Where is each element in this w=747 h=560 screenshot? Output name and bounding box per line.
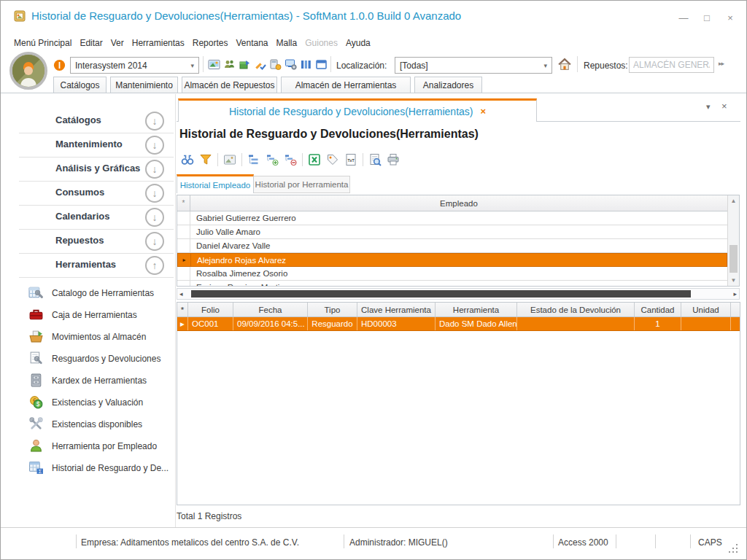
photo-icon[interactable] bbox=[208, 58, 220, 71]
sidebar-section-consumos[interactable]: Consumos ↓ bbox=[1, 182, 175, 206]
sidebar-item-existencias-disponibles[interactable]: Existencias disponibles bbox=[1, 413, 175, 435]
session-status-icon[interactable] bbox=[53, 59, 66, 71]
tab-almacen-repuestos[interactable]: Almacén de Repuestos bbox=[182, 77, 277, 93]
company-select[interactable]: Interasystem 2014 ▾ bbox=[70, 57, 199, 74]
horizontal-scrollbar[interactable]: ◂ ▸ bbox=[177, 288, 740, 300]
employee-row[interactable]: Julio Valle Amaro bbox=[177, 225, 727, 239]
user-avatar[interactable] bbox=[9, 52, 47, 90]
sidebar-item-kardex[interactable]: Kardex de Herramientas bbox=[1, 370, 175, 392]
overflow-chevron-icon[interactable]: ▸▸ bbox=[719, 60, 724, 67]
printer-icon[interactable] bbox=[387, 153, 400, 166]
tab-close-icon[interactable]: × bbox=[481, 106, 487, 117]
tab-historial-empleado[interactable]: Historial Empleado bbox=[177, 174, 254, 193]
sidebar-section-mantenimiento[interactable]: Mantenimiento ↓ bbox=[1, 133, 175, 158]
scroll-thumb[interactable] bbox=[729, 245, 738, 273]
chevron-down-icon: ▾ bbox=[190, 62, 194, 69]
employee-row[interactable]: Rosalba Jimenez Osorio bbox=[177, 267, 727, 281]
monitor-gear-icon[interactable] bbox=[285, 58, 297, 71]
document-area: Historial de Resguardo y Devoluciones(He… bbox=[177, 94, 740, 529]
sidebar-section-catalogos[interactable]: Catálogos ↓ bbox=[1, 109, 175, 133]
expand-down-icon: ↓ bbox=[145, 184, 164, 203]
employee-row[interactable]: Enrique Ramirez Martinez bbox=[177, 281, 727, 287]
title-bar: Historial de Resguardo y Devoluciones(He… bbox=[1, 1, 746, 33]
tree-list-icon[interactable] bbox=[247, 153, 260, 166]
minimize-icon[interactable]: — bbox=[678, 12, 689, 24]
home-icon[interactable] bbox=[557, 57, 572, 71]
tag-icon[interactable] bbox=[326, 153, 339, 166]
tab-almacen-herramientas[interactable]: Almacén de Herramientas bbox=[281, 77, 411, 93]
sidebar-item-catalogo-herramientas[interactable]: Catalogo de Herramientas bbox=[1, 282, 175, 304]
column-tipo[interactable]: Tipo bbox=[308, 303, 357, 316]
column-folio[interactable]: Folio bbox=[188, 303, 233, 316]
sidebar-item-movimientos-almacen[interactable]: Movimientos al Almacén bbox=[1, 326, 175, 348]
expand-all-icon[interactable] bbox=[266, 153, 279, 166]
vertical-scrollbar[interactable]: ▲ ▼ bbox=[727, 195, 739, 286]
menu-bar: Menú Principal Editar Ver Herramientas R… bbox=[1, 36, 746, 52]
employee-column-header[interactable]: Empleado bbox=[190, 195, 727, 211]
expand-down-icon: ↓ bbox=[145, 232, 164, 251]
menu-ver[interactable]: Ver bbox=[111, 36, 131, 52]
export-excel-icon[interactable] bbox=[308, 153, 321, 166]
users-icon[interactable] bbox=[223, 58, 236, 71]
scroll-right-icon[interactable]: ▸ bbox=[733, 290, 737, 298]
indicator-header-icon: * bbox=[177, 195, 190, 211]
sidebar-section-herramientas[interactable]: Herramientas ↑ bbox=[1, 254, 175, 278]
repuestos-field[interactable] bbox=[629, 57, 714, 73]
column-herramienta[interactable]: Herramienta bbox=[436, 303, 517, 316]
menu-ayuda[interactable]: Ayuda bbox=[346, 36, 378, 52]
column-fecha[interactable]: Fecha bbox=[233, 303, 308, 316]
column-unidad[interactable]: Unidad bbox=[681, 303, 731, 316]
sidebar-section-calendarios[interactable]: Calendarios ↓ bbox=[1, 206, 175, 230]
export-txt-icon[interactable]: TxT bbox=[344, 153, 357, 166]
column-cantidad[interactable]: Cantidad bbox=[635, 303, 681, 316]
localization-select[interactable]: [Todas] ▾ bbox=[395, 57, 552, 74]
menu-malla[interactable]: Malla bbox=[276, 36, 305, 52]
employee-row[interactable]: Gabriel Gutierrez Guerrero bbox=[177, 211, 727, 225]
sidebar-section-repuestos[interactable]: Repuestos ↓ bbox=[1, 230, 175, 254]
sidebar-item-herramienta-por-empleado[interactable]: Herramienta por Empleado bbox=[1, 435, 175, 457]
close-icon[interactable]: × bbox=[724, 12, 736, 24]
sidebar-item-caja-herramientas[interactable]: Caja de Herramientas bbox=[1, 304, 175, 326]
sidebar-section-analisis[interactable]: Análisis y Gráficas ↓ bbox=[1, 158, 175, 182]
crossed-wrenches-icon bbox=[28, 416, 44, 432]
menu-reportes[interactable]: Reportes bbox=[193, 36, 236, 52]
window-frame-icon[interactable] bbox=[315, 58, 328, 71]
menu-ventana[interactable]: Ventana bbox=[236, 36, 275, 52]
tab-list-caret-icon[interactable]: ▾ bbox=[706, 102, 711, 112]
menu-editar[interactable]: Editar bbox=[80, 36, 109, 52]
tab-mantenimiento[interactable]: Mantenimiento bbox=[110, 77, 178, 93]
employee-row-selected[interactable]: ▸ Alejandro Rojas Alvarez bbox=[177, 253, 727, 267]
archive-box-icon[interactable] bbox=[239, 58, 251, 71]
maximize-icon[interactable]: □ bbox=[701, 12, 713, 24]
tab-analizadores[interactable]: Analizadores bbox=[414, 77, 482, 93]
scroll-down-icon[interactable]: ▼ bbox=[728, 277, 739, 284]
calculator-coin-icon[interactable] bbox=[269, 58, 282, 71]
scroll-thumb[interactable] bbox=[191, 290, 691, 298]
columns-icon[interactable] bbox=[300, 58, 312, 71]
collapse-up-icon: ↑ bbox=[145, 256, 164, 275]
resize-grip[interactable] bbox=[729, 544, 738, 553]
status-empresa: Empresa: Aditamentos metalicos del centr… bbox=[81, 537, 299, 548]
column-estado-devolucion[interactable]: Estado de la Devolución bbox=[517, 303, 635, 316]
column-clave-herramienta[interactable]: Clave Herramienta bbox=[357, 303, 436, 316]
filter-funnel-icon[interactable] bbox=[199, 153, 212, 166]
sidebar-item-resguardos-devoluciones[interactable]: Resguardos y Devoluciones bbox=[1, 348, 175, 370]
sidebar-item-historial-resguardo[interactable]: Σ Historial de Resguardo y De... bbox=[1, 457, 175, 479]
print-preview-icon[interactable] bbox=[368, 153, 382, 166]
expand-down-icon: ↓ bbox=[145, 208, 164, 227]
document-tab[interactable]: Historial de Resguardo y Devoluciones(He… bbox=[178, 98, 537, 122]
scroll-left-icon[interactable]: ◂ bbox=[179, 290, 183, 298]
tab-catalogos[interactable]: Catálogos bbox=[53, 77, 107, 93]
document-close-icon[interactable]: × bbox=[721, 101, 727, 112]
menu-herramientas[interactable]: Herramientas bbox=[132, 36, 192, 52]
scroll-up-icon[interactable]: ▲ bbox=[728, 198, 739, 204]
edit-check-icon[interactable] bbox=[254, 58, 266, 71]
picture-icon[interactable] bbox=[223, 153, 236, 166]
employee-row[interactable]: Daniel Alvarez Valle bbox=[177, 239, 727, 253]
menu-menu-principal[interactable]: Menú Principal bbox=[14, 36, 79, 52]
binoculars-icon[interactable] bbox=[181, 153, 194, 166]
collapse-all-icon[interactable] bbox=[284, 153, 297, 166]
history-row-selected[interactable]: ▸ OC001 09/09/2016 04:5... Resguardo HD0… bbox=[177, 317, 740, 331]
sidebar-item-existencias-valuacion[interactable]: €$ Existencias y Valuación bbox=[1, 392, 175, 413]
tab-historial-por-herramienta[interactable]: Historial por Herramienta bbox=[254, 176, 350, 193]
